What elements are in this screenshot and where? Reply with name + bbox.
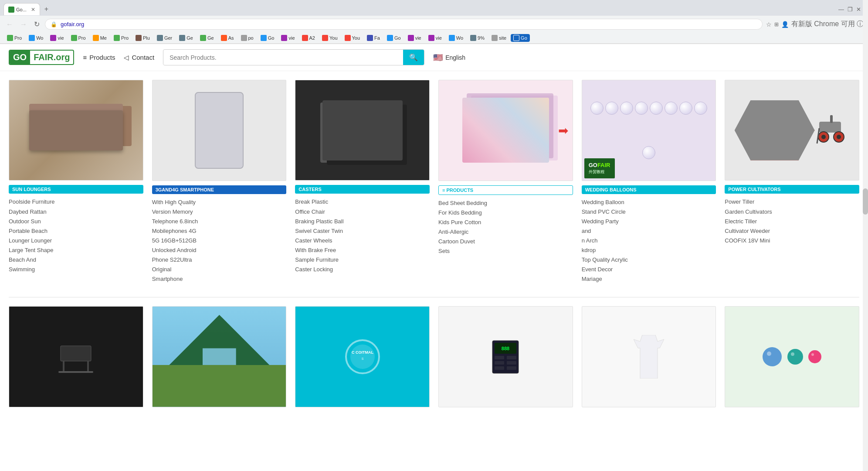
reload-button[interactable]: ↻ [32,18,41,30]
list-item[interactable]: Unlocked Android [152,246,287,255]
language-selector[interactable]: 🇺🇸 English [433,53,465,62]
bookmark-site[interactable]: site [489,34,509,42]
list-item[interactable]: Office Chair [295,207,430,217]
bookmark-wo[interactable]: Wo [26,34,46,42]
list-item[interactable]: Cartoon Duvet [438,237,573,246]
list-item[interactable]: Caster Wheels [295,236,430,246]
list-item[interactable]: Event Decor [582,265,716,274]
bookmark-go2[interactable]: Go [384,34,403,42]
bookmark-you[interactable]: You [319,34,340,42]
badge-sun-loungers[interactable]: SUN LOUNGERS [9,185,143,194]
bookmark-you2[interactable]: You [342,34,363,42]
badge-casters[interactable]: CASTERS [295,185,430,194]
list-item[interactable]: Original [152,265,287,274]
balloon-3 [620,102,633,115]
list-item[interactable]: Anti-Allergic [438,227,573,237]
bookmark-star[interactable]: ☆ [766,21,772,28]
bookmark-ge[interactable]: Ge [176,34,196,42]
list-item[interactable]: Caster Locking [295,265,430,274]
list-item[interactable]: Sample Furniture [295,255,430,265]
scrollbar[interactable] [863,0,868,420]
list-item[interactable]: kdrop [582,246,716,255]
products-nav[interactable]: ≡ Products [83,54,115,61]
list-item[interactable]: n Arch [582,236,716,246]
list-item[interactable]: With High Quality [152,198,287,207]
list-item[interactable]: Mariage [582,274,716,284]
list-item[interactable]: Portable Beach [9,226,143,236]
list-item[interactable]: 5G 16GB+512GB [152,236,287,246]
list-item[interactable]: Cultivator Weeder [725,226,859,236]
bookmark-po[interactable]: po [238,34,256,42]
list-item[interactable]: Smartphone [152,274,287,284]
list-item[interactable]: Garden Cultivators [725,207,859,217]
list-item[interactable]: Break Plastic [295,197,430,207]
restore-btn[interactable]: ❐ [848,6,853,13]
list-item[interactable]: Lounger Lounger [9,236,143,246]
list-item[interactable]: Mobilephones 4G [152,226,287,236]
badge-products[interactable]: ≡ PRODUCTS [438,185,573,195]
list-item[interactable]: and [582,226,716,236]
bookmark-go[interactable]: Go [258,34,277,42]
list-item[interactable]: Beach And [9,255,143,265]
list-item[interactable]: Bed Sheet Bedding [438,198,573,208]
bookmark-plu[interactable]: Plu [133,34,153,42]
list-item[interactable]: Swivel Caster Twin [295,226,430,236]
list-item[interactable]: For Kids Bedding [438,208,573,218]
search-input[interactable] [163,51,403,65]
bookmark-as[interactable]: As [218,34,237,42]
list-item[interactable]: COOFIX 18V Mini [725,236,859,246]
forward-button[interactable]: → [18,19,29,30]
badge-cultivators[interactable]: POWER CULTIVATORS [725,185,859,194]
list-item[interactable]: Kids Pure Cotton [438,218,573,227]
tab-close-btn[interactable]: ✕ [31,7,35,13]
address-bar[interactable]: 🔒 gofair.org [45,19,763,30]
bookmark-me[interactable]: Me [90,34,109,42]
badge-smartphone[interactable]: 3GAND4G SMARTPHONE [152,185,287,194]
contact-nav[interactable]: ◁ Contact [124,54,154,61]
bookmark-vie2[interactable]: vie [278,34,297,42]
list-item[interactable]: Wedding Party [582,217,716,226]
list-item[interactable]: Phone S22Ultra [152,255,287,265]
bookmark-wp-pro[interactable]: Pro [4,34,24,42]
badge-balloons[interactable]: WEDDING BALLOONS [582,185,716,194]
gofair-popup-overlay[interactable]: GOFAIR 外贸教程 [584,158,615,178]
site-logo[interactable]: GO FAIR.org [9,50,74,65]
list-item[interactable]: With Brake Free [295,246,430,255]
bookmark-pro3[interactable]: Pro [111,34,131,42]
list-item[interactable]: Braking Plastic Ball [295,217,430,226]
list-item[interactable]: Top Quality Acrylic [582,255,716,265]
bookmark-vie4[interactable]: vie [426,34,444,42]
list-item[interactable]: Outdoor Sun [9,217,143,226]
bookmark-ger[interactable]: Ger [154,34,175,42]
active-tab[interactable]: Go... ✕ [3,3,40,15]
minimize-btn[interactable]: — [838,6,844,13]
list-item[interactable]: Swimming [9,265,143,274]
list-item[interactable]: Wedding Balloon [582,198,716,207]
profile-btn[interactable]: 👤 [781,21,789,28]
bookmark-a2[interactable]: A2 [299,34,318,42]
list-item[interactable]: Telephone 6.8inch [152,217,287,226]
bookmark-vie3[interactable]: vie [405,34,424,42]
list-item[interactable]: Poolside Furniture [9,197,143,207]
list-item[interactable]: Version Memory [152,207,287,217]
list-item[interactable]: Sets [438,246,573,256]
list-item[interactable]: Electric Tiller [725,217,859,226]
chrome-menu[interactable]: 有新版 Chrome 可用 ⓘ [791,20,864,29]
list-item[interactable]: Stand PVC Circle [582,207,716,217]
new-tab-button[interactable]: + [41,3,52,15]
search-button[interactable]: 🔍 [403,50,424,65]
bookmark-go3[interactable]: Go [511,34,530,42]
back-button[interactable]: ← [4,19,15,30]
bookmark-wo2[interactable]: Wo [446,34,466,42]
extensions-btn[interactable]: ⊞ [774,21,779,27]
close-btn[interactable]: ✕ [856,6,861,13]
bookmark-ge2[interactable]: Ge [197,34,217,42]
list-item[interactable]: Power Tiller [725,197,859,207]
bookmark-pro2[interactable]: Pro [68,34,88,42]
list-item[interactable]: Large Tent Shape [9,246,143,255]
bookmark-vie[interactable]: vie [47,34,66,42]
scrollbar-thumb[interactable] [863,188,868,215]
list-item[interactable]: Daybed Rattan [9,207,143,217]
bookmark-fa[interactable]: Fa [364,34,383,42]
bookmark-9pct[interactable]: 9% [468,34,487,42]
